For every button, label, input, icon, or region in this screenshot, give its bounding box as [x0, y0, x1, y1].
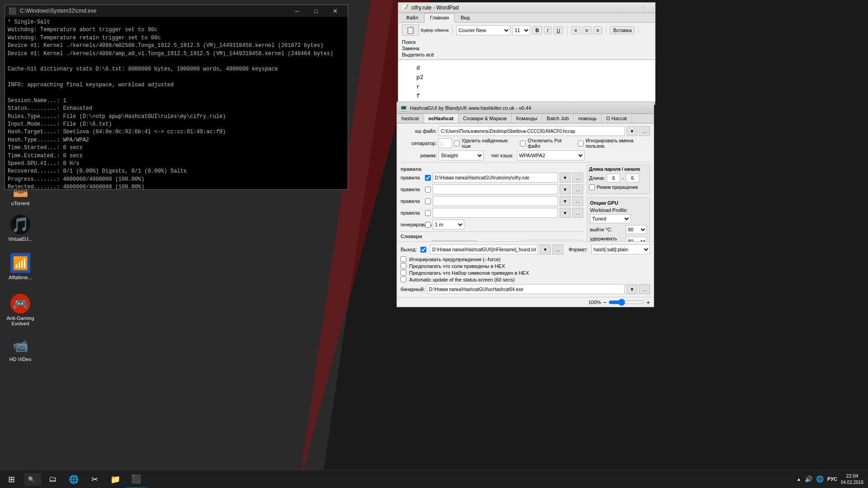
wordpad-maximize-button[interactable]: □	[615, 3, 633, 13]
zoom-in-button[interactable]: +	[646, 299, 650, 306]
taskbar-search-box[interactable]: 🔍	[24, 473, 41, 486]
font-size-select[interactable]: 11	[512, 25, 530, 35]
workload-select[interactable]: Tuned	[590, 214, 631, 223]
rule2-extra-button[interactable]: …	[572, 184, 583, 194]
bold-button[interactable]: B	[532, 26, 542, 34]
rule1-browse-button[interactable]: ▼	[560, 173, 571, 183]
length-max-input[interactable]	[626, 174, 639, 183]
wordpad-close-button[interactable]: ✕	[634, 3, 652, 13]
binary-browse-button[interactable]: ▼	[627, 284, 637, 294]
tab-commands[interactable]: Команды	[512, 114, 542, 123]
format-select[interactable]: hash[:salt]:plain	[591, 244, 650, 254]
rule1-checkbox[interactable]	[425, 175, 431, 181]
taskbar-app-explorer[interactable]: 🗂	[43, 470, 63, 488]
hashcat-icon: 💻	[400, 104, 407, 112]
italic-button[interactable]: I	[544, 26, 552, 34]
start-button[interactable]: ⊞	[0, 470, 23, 488]
rule4-browse-button[interactable]: ▼	[560, 208, 571, 218]
temp-exit-select[interactable]: 90	[626, 225, 647, 234]
taskbar-app-folder[interactable]: 📁	[105, 470, 125, 488]
align-left-button[interactable]: ≡	[571, 26, 580, 34]
ignore-names-checkbox[interactable]	[578, 141, 584, 146]
hash-type-select[interactable]: WPA/WPA2	[517, 150, 585, 160]
length-min-input[interactable]	[607, 174, 620, 183]
tray-volume[interactable]: 🔊	[805, 475, 812, 483]
desktop-icon-virtual-dj[interactable]: 🎵 VirtualDJ...	[2, 215, 38, 242]
tray-language[interactable]: РУС	[827, 476, 837, 482]
tab-hashcat[interactable]: hashcat	[397, 114, 424, 123]
rule1-extra-button[interactable]: …	[572, 173, 583, 183]
rule1-input[interactable]	[433, 173, 558, 183]
stop-mode-checkbox[interactable]	[589, 184, 595, 190]
generate-checkbox[interactable]	[425, 222, 431, 228]
taskbar-clock[interactable]: 22:04 04.02.2016	[841, 473, 863, 486]
binary-input[interactable]	[427, 284, 625, 294]
auto-update-checkbox[interactable]	[401, 277, 406, 282]
output-checkbox[interactable]	[420, 247, 426, 253]
salt-hex-checkbox[interactable]	[401, 263, 406, 269]
cmd-minimize-button[interactable]: ─	[288, 6, 306, 16]
paste-button[interactable]: 📋	[402, 24, 419, 36]
hash-file-extra-button[interactable]: …	[639, 126, 650, 136]
tab-about[interactable]: О Насcat	[602, 114, 632, 123]
generate-select[interactable]: 1 m	[433, 220, 464, 230]
desktop-icon-gaming[interactable]: 🎮 Anti-Gaming Evolved	[2, 294, 38, 326]
tab-ochashcat[interactable]: ocHashcat	[424, 114, 459, 123]
separator-row: сепаратор: Удалить найденные хши Отключи…	[401, 138, 650, 149]
desktop-icon-hd-video[interactable]: 📹 HD ViDeo	[2, 337, 38, 362]
font-family-select[interactable]: Courier New	[456, 25, 510, 35]
output-browse-button[interactable]: ▼	[540, 244, 551, 254]
zoom-out-button[interactable]: −	[603, 299, 607, 306]
output-extra-button[interactable]: …	[552, 244, 563, 254]
cmd-maximize-button[interactable]: □	[307, 6, 325, 16]
rule3-extra-button[interactable]: …	[572, 196, 583, 206]
bottom-section: Выход: ▼ … Формат: hash[:salt]:plain Игн…	[397, 241, 654, 297]
cmd-output[interactable]: * Single-Salt Watchdog: Temperature abor…	[5, 17, 348, 189]
wordpad-content[interactable]: d p2 r f	[398, 60, 655, 105]
rule3-input[interactable]	[433, 196, 558, 206]
insert-button[interactable]: Вставка	[610, 26, 635, 34]
tab-view[interactable]: Вид	[455, 13, 476, 22]
taskbar-app-cmd[interactable]: ⬛	[126, 470, 146, 488]
temp-retain-select[interactable]: 80	[626, 237, 647, 241]
output-path-input[interactable]	[430, 244, 538, 254]
tab-help[interactable]: помощь	[574, 114, 602, 123]
rule4-input[interactable]	[433, 208, 558, 218]
taskbar-app-browser[interactable]: 🌐	[64, 470, 84, 488]
wordpad-minimize-button[interactable]: ─	[596, 3, 614, 13]
binary-extra-button[interactable]: …	[639, 284, 650, 294]
hash-file-browse-button[interactable]: ▼	[627, 126, 637, 136]
desktop-icon-wifi[interactable]: 📶 Affaltime...	[2, 253, 38, 280]
hash-file-row: хш файл: ▼ …	[401, 126, 650, 136]
zoom-slider[interactable]	[609, 299, 645, 306]
hashcat-maximize-button[interactable]: □	[614, 103, 632, 113]
rule4-extra-button[interactable]: …	[572, 208, 583, 218]
tab-file[interactable]: Файл	[400, 13, 424, 22]
tray-arrow[interactable]: ▲	[797, 477, 801, 482]
charset-hex-checkbox[interactable]	[401, 270, 406, 276]
disable-pot-checkbox[interactable]	[520, 141, 526, 146]
tab-home[interactable]: Главная	[424, 13, 455, 23]
hashcat-minimize-button[interactable]: ─	[595, 103, 613, 113]
rule2-browse-button[interactable]: ▼	[560, 184, 571, 194]
salt-hex-label: Предполагать что соли приведены в HEX	[409, 263, 505, 269]
underline-button[interactable]: U	[553, 26, 563, 34]
rule4-checkbox[interactable]	[425, 210, 431, 216]
separator-input[interactable]	[439, 138, 452, 148]
tab-dictionaries[interactable]: Словари & Марков	[458, 114, 512, 123]
rule2-checkbox[interactable]	[425, 187, 431, 192]
ignore-force-checkbox[interactable]	[401, 256, 406, 262]
hash-file-input[interactable]	[439, 126, 625, 136]
rule3-browse-button[interactable]: ▼	[560, 196, 571, 206]
rule2-input[interactable]	[433, 184, 558, 194]
hashcat-close-button[interactable]: ✕	[633, 103, 651, 113]
tab-batch[interactable]: Batch Job	[542, 114, 574, 123]
align-center-button[interactable]: ≡	[582, 26, 591, 34]
mode-select[interactable]: Straight	[439, 150, 484, 160]
rule3-checkbox[interactable]	[425, 198, 431, 204]
taskbar-app-scissors[interactable]: ✂	[85, 470, 104, 488]
cmd-close-button[interactable]: ✕	[326, 6, 344, 16]
remove-found-checkbox[interactable]	[454, 141, 460, 146]
align-right-button[interactable]: ≡	[593, 26, 602, 34]
tray-network[interactable]: 🌐	[816, 475, 824, 483]
